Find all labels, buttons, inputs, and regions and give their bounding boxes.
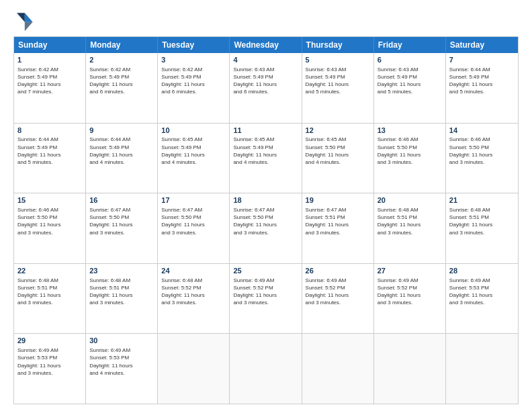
cell-line: Sunrise: 6:49 AM xyxy=(449,277,515,284)
cell-line: Sunset: 5:49 PM xyxy=(378,73,442,81)
day-number: 14 xyxy=(449,126,515,136)
weekday-header-friday: Friday xyxy=(374,37,446,53)
cell-line: Sunset: 5:49 PM xyxy=(17,73,82,81)
cell-line: Sunrise: 6:45 AM xyxy=(233,136,298,143)
cell-line: Sunset: 5:49 PM xyxy=(449,73,515,81)
empty-cell-4-4 xyxy=(302,334,374,404)
cell-line: Sunrise: 6:42 AM xyxy=(17,66,82,73)
cell-line: Sunrise: 6:48 AM xyxy=(449,206,515,214)
cell-line: and 6 minutes. xyxy=(89,88,154,95)
cell-line: and 4 minutes. xyxy=(306,158,370,166)
cell-line: Sunrise: 6:48 AM xyxy=(378,206,442,214)
cell-line: Daylight: 11 hours xyxy=(161,221,226,228)
cell-line: Sunrise: 6:49 AM xyxy=(233,277,298,284)
day-number: 4 xyxy=(233,55,298,65)
day-cell-24: 24Sunrise: 6:48 AMSunset: 5:52 PMDayligh… xyxy=(158,264,230,334)
day-cell-11: 11Sunrise: 6:45 AMSunset: 5:49 PMDayligh… xyxy=(230,124,302,193)
day-number: 12 xyxy=(306,126,370,136)
day-number: 18 xyxy=(233,195,298,205)
cell-line: and 3 minutes. xyxy=(89,299,154,306)
cell-line: Sunset: 5:52 PM xyxy=(161,284,226,291)
empty-cell-4-3 xyxy=(230,334,302,404)
day-cell-22: 22Sunrise: 6:48 AMSunset: 5:51 PMDayligh… xyxy=(14,264,86,334)
cell-line: and 4 minutes. xyxy=(89,369,154,377)
cell-line: Daylight: 11 hours xyxy=(89,362,154,369)
weekday-header-monday: Monday xyxy=(86,37,158,53)
day-number: 1 xyxy=(17,55,82,65)
cell-line: Sunset: 5:49 PM xyxy=(161,144,226,151)
cell-line: Daylight: 11 hours xyxy=(89,81,154,88)
cell-line: Sunrise: 6:44 AM xyxy=(17,136,82,143)
cell-line: Sunset: 5:52 PM xyxy=(378,284,442,291)
page: SundayMondayTuesdayWednesdayThursdayFrid… xyxy=(0,0,532,411)
day-number: 2 xyxy=(89,55,154,65)
cell-line: and 3 minutes. xyxy=(233,229,298,236)
cell-line: Sunset: 5:50 PM xyxy=(449,144,515,151)
cell-line: Sunrise: 6:46 AM xyxy=(17,206,82,214)
cell-line: and 3 minutes. xyxy=(306,229,370,236)
cell-line: Sunrise: 6:44 AM xyxy=(89,136,154,143)
day-cell-3: 3Sunrise: 6:42 AMSunset: 5:49 PMDaylight… xyxy=(158,53,230,123)
cell-line: Daylight: 11 hours xyxy=(306,151,370,158)
cell-line: and 3 minutes. xyxy=(449,299,515,306)
day-number: 28 xyxy=(449,266,515,276)
day-cell-27: 27Sunrise: 6:49 AMSunset: 5:52 PMDayligh… xyxy=(374,264,446,334)
cell-line: Sunrise: 6:42 AM xyxy=(89,66,154,73)
cell-line: Sunrise: 6:43 AM xyxy=(233,66,298,73)
day-number: 3 xyxy=(161,55,226,65)
cell-line: and 5 minutes. xyxy=(449,88,515,95)
cell-line: Sunset: 5:49 PM xyxy=(89,144,154,151)
cell-line: and 3 minutes. xyxy=(378,229,442,236)
cell-line: Sunset: 5:50 PM xyxy=(378,144,442,151)
day-number: 11 xyxy=(233,126,298,136)
empty-cell-4-2 xyxy=(158,334,230,404)
cell-line: Daylight: 11 hours xyxy=(449,81,515,88)
cell-line: Sunset: 5:51 PM xyxy=(17,284,82,291)
cell-line: Sunset: 5:50 PM xyxy=(306,144,370,151)
cell-line: Sunset: 5:50 PM xyxy=(161,214,226,221)
cell-line: Daylight: 11 hours xyxy=(89,221,154,228)
cell-line: Sunrise: 6:42 AM xyxy=(161,66,226,73)
cell-line: Sunset: 5:50 PM xyxy=(233,214,298,221)
cell-line: Daylight: 11 hours xyxy=(17,362,82,369)
day-number: 30 xyxy=(89,336,154,346)
cell-line: Sunset: 5:49 PM xyxy=(306,73,370,81)
calendar-row-2: 8Sunrise: 6:44 AMSunset: 5:49 PMDaylight… xyxy=(14,123,518,193)
day-number: 9 xyxy=(89,126,154,136)
day-cell-14: 14Sunrise: 6:46 AMSunset: 5:50 PMDayligh… xyxy=(446,124,518,193)
cell-line: and 3 minutes. xyxy=(378,299,442,306)
cell-line: Sunset: 5:53 PM xyxy=(449,284,515,291)
day-number: 29 xyxy=(17,336,82,346)
cell-line: Sunrise: 6:43 AM xyxy=(306,66,370,73)
cell-line: Daylight: 11 hours xyxy=(17,151,82,158)
day-number: 22 xyxy=(17,266,82,276)
cell-line: Sunrise: 6:47 AM xyxy=(233,206,298,214)
cell-line: and 7 minutes. xyxy=(17,88,82,95)
day-number: 6 xyxy=(378,55,442,65)
svg-marker-0 xyxy=(25,13,33,21)
cell-line: Sunrise: 6:48 AM xyxy=(161,277,226,284)
day-number: 27 xyxy=(378,266,442,276)
day-number: 24 xyxy=(161,266,226,276)
day-cell-5: 5Sunrise: 6:43 AMSunset: 5:49 PMDaylight… xyxy=(302,53,374,123)
cell-line: and 3 minutes. xyxy=(449,158,515,166)
cell-line: Daylight: 11 hours xyxy=(449,291,515,299)
cell-line: Daylight: 11 hours xyxy=(306,221,370,228)
cell-line: Sunrise: 6:49 AM xyxy=(17,347,82,354)
day-number: 8 xyxy=(17,126,82,136)
calendar-row-3: 15Sunrise: 6:46 AMSunset: 5:50 PMDayligh… xyxy=(14,193,518,263)
cell-line: Sunrise: 6:47 AM xyxy=(89,206,154,214)
cell-line: Sunrise: 6:44 AM xyxy=(449,66,515,73)
cell-line: and 3 minutes. xyxy=(378,158,442,166)
day-cell-20: 20Sunrise: 6:48 AMSunset: 5:51 PMDayligh… xyxy=(374,193,446,263)
cell-line: Sunset: 5:51 PM xyxy=(378,214,442,221)
cell-line: Sunset: 5:51 PM xyxy=(306,214,370,221)
day-cell-18: 18Sunrise: 6:47 AMSunset: 5:50 PMDayligh… xyxy=(230,193,302,263)
svg-marker-2 xyxy=(17,13,25,21)
cell-line: Daylight: 11 hours xyxy=(89,291,154,299)
cell-line: Sunrise: 6:43 AM xyxy=(378,66,442,73)
cell-line: and 5 minutes. xyxy=(17,158,82,166)
day-cell-9: 9Sunrise: 6:44 AMSunset: 5:49 PMDaylight… xyxy=(86,124,158,193)
cell-line: Sunset: 5:53 PM xyxy=(17,354,82,361)
day-number: 17 xyxy=(161,195,226,205)
